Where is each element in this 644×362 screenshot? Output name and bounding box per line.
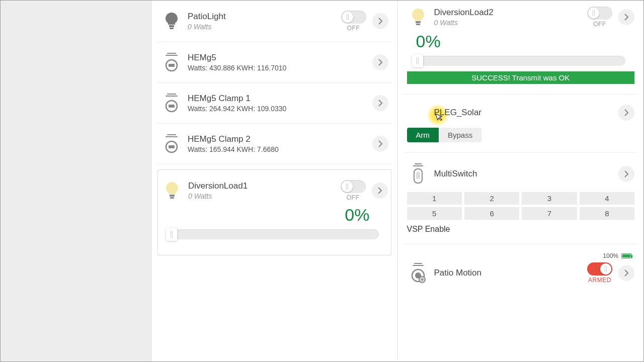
bulb-icon [160, 12, 183, 30]
multiswitch-button-8[interactable]: 8 [580, 207, 634, 220]
device-card-diversionload1: DiversionLoad1 0 Watts OFF 0% [157, 169, 391, 255]
chevron-right-icon[interactable] [618, 105, 634, 121]
multiswitch-button-4[interactable]: 4 [580, 192, 634, 205]
device-sub: Watts: 165.944 KWH: 7.6680 [188, 145, 368, 153]
device-card-clamp1: HEMg5 Clamp 1 Watts: 264.942 KWH: 109.03… [157, 83, 391, 124]
dimmer-percent: 0% [416, 32, 635, 51]
device-name: DiversionLoad2 [434, 8, 588, 18]
remote-icon [407, 163, 429, 185]
motion-sensor-icon [407, 262, 429, 284]
toggle-switch[interactable] [341, 11, 366, 24]
bypass-button[interactable]: Bypass [439, 128, 481, 142]
device-name: HEMg5 Clamp 2 [188, 134, 368, 144]
chevron-right-icon[interactable] [372, 95, 388, 111]
success-banner: SUCCESS! Transmit was OK [407, 71, 635, 84]
chevron-right-icon[interactable] [618, 166, 634, 182]
device-card-diversionload2: DiversionLoad2 0 Watts OFF 0% SUCCESS! T… [404, 1, 638, 95]
dimmer-percent: 0% [170, 205, 370, 225]
chevron-right-icon[interactable] [372, 54, 388, 70]
arm-button[interactable]: Arm [407, 128, 439, 142]
device-name: HEMg5 Clamp 1 [188, 94, 368, 104]
svg-rect-15 [170, 197, 174, 199]
battery-percent: 100% [603, 252, 618, 259]
toggle-label: OFF [347, 25, 360, 32]
device-card-hemg5: HEMg5 Watts: 430.886 KWH: 116.7010 [157, 42, 391, 83]
device-card-clamp2: HEMg5 Clamp 2 Watts: 165.944 KWH: 7.6680 [157, 124, 391, 164]
chevron-right-icon[interactable] [618, 265, 634, 281]
battery-icon [621, 253, 631, 258]
sidebar [1, 1, 151, 361]
dimmer-slider[interactable] [161, 228, 388, 241]
chevron-right-icon[interactable] [372, 13, 388, 29]
device-card-patio-motion: 100% Patio Motion [404, 244, 638, 294]
dimmer-slider[interactable] [407, 54, 635, 67]
device-name: HEMg5 [188, 53, 368, 63]
toggle-label: ARMED [588, 277, 611, 284]
multiswitch-button-6[interactable]: 6 [464, 207, 519, 220]
toggle-label: OFF [347, 194, 360, 201]
svg-rect-5 [169, 64, 175, 67]
toggle-switch[interactable] [341, 180, 366, 193]
device-sub: Watts: 264.942 KWH: 109.0330 [188, 105, 368, 113]
toggle-label: OFF [593, 21, 606, 28]
svg-rect-9 [169, 105, 175, 108]
device-name: MultiSwitch [434, 169, 615, 179]
device-card-patiolight: PatioLight 0 Watts OFF [157, 1, 391, 42]
toggle-switch[interactable] [587, 7, 612, 20]
bulb-icon [161, 182, 183, 200]
multiswitch-button-2[interactable]: 2 [464, 192, 519, 205]
device-name: PLEG_Solar [434, 108, 615, 118]
device-sub: 0 Watts [188, 23, 341, 31]
device-card-pleg-solar: PLEG_Solar Arm Bypass [404, 95, 638, 153]
device-card-multiswitch: MultiSwitch 1 2 3 4 5 6 7 8 VSP Enable [404, 153, 638, 244]
vsp-enable-label: VSP Enable [407, 225, 635, 234]
device-column-left: PatioLight 0 Watts OFF [151, 1, 398, 361]
chevron-right-icon[interactable] [372, 136, 388, 152]
multiswitch-grid: 1 2 3 4 5 6 7 8 [407, 192, 635, 220]
meter-icon [160, 52, 183, 72]
multiswitch-button-1[interactable]: 1 [407, 192, 462, 205]
chevron-right-icon[interactable] [618, 9, 634, 25]
device-sub: 0 Watts [434, 19, 588, 27]
chevron-right-icon[interactable] [372, 183, 388, 199]
svg-rect-13 [169, 145, 175, 148]
multiswitch-button-7[interactable]: 7 [522, 207, 577, 220]
svg-rect-14 [170, 195, 175, 197]
svg-rect-0 [169, 25, 174, 27]
device-sub: 0 Watts [188, 192, 341, 200]
svg-rect-16 [416, 21, 421, 23]
meter-icon [160, 134, 183, 154]
svg-rect-21 [416, 172, 420, 179]
device-name: DiversionLoad1 [188, 181, 341, 191]
multiswitch-button-3[interactable]: 3 [522, 192, 577, 205]
svg-rect-17 [416, 24, 420, 25]
multiswitch-button-5[interactable]: 5 [407, 207, 462, 220]
device-name: PatioLight [188, 12, 341, 22]
svg-rect-1 [170, 28, 174, 29]
meter-icon [160, 93, 183, 113]
bulb-icon [407, 8, 429, 26]
device-column-right: DiversionLoad2 0 Watts OFF 0% SUCCESS! T… [398, 1, 644, 361]
device-sub: Watts: 430.886 KWH: 116.7010 [188, 64, 368, 72]
device-name: Patio Motion [434, 268, 588, 278]
toggle-switch[interactable] [587, 262, 612, 276]
